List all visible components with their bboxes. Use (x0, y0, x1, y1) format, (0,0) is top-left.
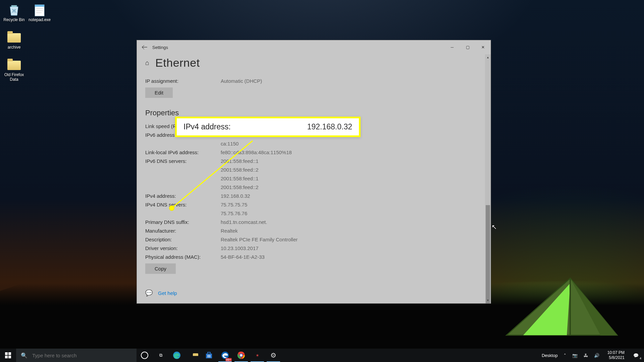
svg-rect-20 (208, 356, 209, 357)
taskbar-app-chrome[interactable] (233, 349, 249, 362)
desktop-icon-label: Old Firefox Data (1, 72, 27, 82)
driver-version-label: Driver version: (145, 244, 221, 253)
start-button[interactable] (0, 349, 16, 362)
description-label: Description: (145, 235, 221, 244)
taskbar-app-file-explorer[interactable] (185, 349, 201, 362)
scroll-down-button[interactable]: ▾ (485, 297, 491, 303)
clock-date: 5/8/2021 (607, 355, 625, 360)
scrollbar[interactable]: ▴ ▾ (485, 54, 491, 303)
edge-icon (172, 351, 181, 360)
taskbar-app-store[interactable] (201, 349, 217, 362)
desktop-icon-old-firefox-data[interactable]: Old Firefox Data (1, 58, 27, 85)
tray-network[interactable]: 🖧 (581, 349, 591, 362)
scroll-up-button[interactable]: ▴ (485, 54, 491, 60)
microsoft-store-icon (205, 351, 213, 359)
ipv4-callout-value: 192.168.0.32 (307, 122, 352, 131)
ipv6-address-value-cont: ca:1150 (221, 141, 238, 146)
back-button[interactable]: 🡠 (137, 44, 152, 51)
taskbar-clock[interactable]: 10:07 PM 5/8/2021 (604, 349, 628, 362)
ip-assignment-label: IP assignment: (145, 77, 221, 85)
app-icon: ✶ (256, 353, 259, 358)
clock-time: 10:07 PM (607, 350, 625, 355)
chat-icon: 💬 (145, 289, 153, 297)
search-icon: 🔍 (21, 352, 28, 359)
task-view-icon: ⧉ (159, 353, 162, 358)
ipv6-dns-value: 2001:558:feed::2 (221, 184, 259, 190)
notification-badge: 4 (640, 357, 641, 360)
desktop-icon-label: archive (1, 45, 27, 50)
settings-window: 🡠 Settings ─ ▢ ✕ ⌂ Ethernet IP assignmen… (137, 40, 491, 303)
svg-rect-11 (5, 352, 8, 355)
close-button[interactable]: ✕ (475, 40, 491, 54)
window-title: Settings (152, 45, 168, 50)
edge-badge: 99+ (225, 358, 232, 361)
driver-version-value: 10.23.1003.2017 (221, 244, 259, 253)
ipv4-dns-label: IPv4 DNS servers: (145, 200, 221, 218)
properties-heading: Properties (145, 109, 482, 117)
scroll-thumb[interactable] (486, 205, 490, 303)
manufacturer-value: Realtek (221, 227, 238, 235)
taskbar-app-edge[interactable] (169, 349, 185, 362)
desktop-icon-archive[interactable]: archive (1, 30, 27, 58)
home-icon[interactable]: ⌂ (145, 59, 149, 67)
desktop-icon-notepad[interactable]: notepad.exe (27, 3, 52, 30)
network-icon: 🖧 (584, 353, 588, 358)
taskbar: 🔍 ⧉ 99+ ✶ ⚙ Desktop ˄ 📷 🖧 🔊 10:07 PM 5/8… (0, 349, 644, 362)
tray-desktop-label[interactable]: Desktop (539, 349, 560, 362)
mac-address-label: Physical address (MAC): (145, 253, 221, 261)
titlebar[interactable]: 🡠 Settings ─ ▢ ✕ (137, 40, 491, 54)
page-title: Ethernet (155, 56, 200, 69)
dns-suffix-value: hsd1.tn.comcast.net. (221, 218, 267, 227)
edit-button[interactable]: Edit (145, 87, 173, 98)
svg-point-25 (240, 354, 242, 356)
desktop-icon-recycle-bin[interactable]: Recycle Bin (1, 3, 27, 30)
tray-meet-now[interactable]: 📷 (570, 349, 580, 362)
ipv4-address-label: IPv4 address: (145, 192, 221, 200)
maximize-button[interactable]: ▢ (460, 40, 475, 54)
mac-address-value: 54-BF-64-1E-A2-33 (221, 253, 265, 261)
ipv6-dns-value: 2001:558:feed::1 (221, 176, 259, 181)
ipv4-dns-value: 75.75.75.75 (221, 202, 247, 207)
ipv4-callout: IPv4 address: 192.168.0.32 (175, 117, 361, 137)
action-center-button[interactable]: 💬 4 (628, 349, 644, 362)
linklocal-ipv6-value: fe80::cda3:898a:48ca:1150%18 (221, 148, 292, 157)
folder-icon (6, 32, 22, 44)
manufacturer-label: Manufacturer: (145, 227, 221, 235)
svg-rect-16 (206, 354, 212, 358)
taskbar-app-settings[interactable]: ⚙ (265, 349, 281, 362)
svg-rect-17 (208, 352, 210, 354)
ipv4-address-value: 192.168.0.32 (221, 192, 250, 200)
chrome-icon (237, 351, 245, 359)
svg-rect-13 (5, 356, 8, 358)
copy-button[interactable]: Copy (145, 263, 176, 274)
svg-rect-21 (209, 356, 210, 357)
notification-icon: 💬 (633, 353, 639, 358)
recycle-bin-icon (6, 4, 22, 17)
svg-rect-19 (209, 355, 210, 356)
tray-overflow-button[interactable]: ˄ (561, 349, 569, 362)
ipv6-dns-value: 2001:558:feed::1 (221, 158, 259, 164)
ipv6-dns-value: 2001:558:feed::2 (221, 167, 259, 173)
search-input[interactable] (32, 352, 120, 359)
minimize-button[interactable]: ─ (444, 40, 460, 54)
svg-rect-6 (35, 5, 44, 7)
svg-rect-18 (208, 355, 209, 356)
cortana-button[interactable] (137, 349, 153, 362)
svg-rect-4 (11, 5, 17, 7)
task-view-button[interactable]: ⧉ (153, 349, 169, 362)
volume-icon: 🔊 (594, 353, 599, 358)
tray-volume[interactable]: 🔊 (591, 349, 602, 362)
get-help-link[interactable]: 💬 Get help (145, 289, 482, 297)
search-box[interactable]: 🔍 (16, 349, 137, 362)
taskbar-app-unknown[interactable]: ✶ (249, 349, 265, 362)
desktop-icon-label: notepad.exe (27, 17, 52, 22)
gear-icon: ⚙ (270, 351, 276, 359)
ipv4-dns-value: 75.75.76.76 (221, 210, 247, 216)
folder-icon (6, 59, 22, 72)
chevron-up-icon: ˄ (564, 353, 566, 358)
meet-now-icon: 📷 (572, 353, 578, 358)
taskbar-app-edge-legacy[interactable]: 99+ (217, 349, 233, 362)
notepad-icon (32, 4, 47, 17)
svg-rect-14 (8, 356, 11, 358)
dns-suffix-label: Primary DNS suffix: (145, 218, 221, 227)
